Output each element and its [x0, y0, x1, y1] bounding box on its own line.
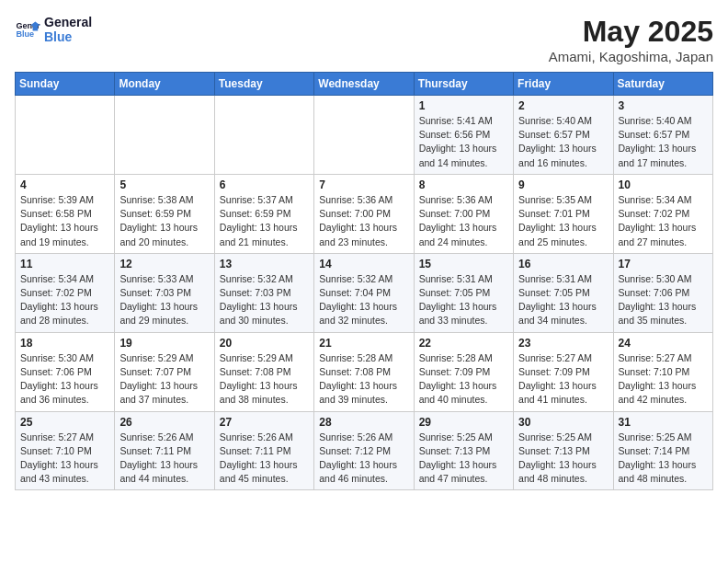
day-info: Sunrise: 5:28 AM Sunset: 7:08 PM Dayligh… [319, 351, 408, 408]
calendar-cell: 27Sunrise: 5:26 AM Sunset: 7:11 PM Dayli… [214, 411, 313, 490]
calendar-cell [214, 96, 313, 175]
day-info: Sunrise: 5:30 AM Sunset: 7:06 PM Dayligh… [619, 272, 708, 328]
calendar-week-5: 25Sunrise: 5:27 AM Sunset: 7:10 PM Dayli… [16, 411, 713, 490]
calendar-cell: 12Sunrise: 5:33 AM Sunset: 7:03 PM Dayli… [115, 253, 214, 332]
day-number: 15 [419, 258, 508, 270]
logo-general: General [44, 15, 92, 29]
day-number: 21 [319, 337, 408, 350]
day-info: Sunrise: 5:36 AM Sunset: 7:00 PM Dayligh… [319, 193, 408, 249]
day-info: Sunrise: 5:25 AM Sunset: 7:13 PM Dayligh… [419, 431, 508, 487]
day-info: Sunrise: 5:38 AM Sunset: 6:59 PM Dayligh… [119, 193, 209, 249]
calendar-cell: 24Sunrise: 5:27 AM Sunset: 7:10 PM Dayli… [613, 332, 712, 411]
day-number: 13 [220, 258, 309, 270]
day-number: 11 [20, 258, 109, 270]
svg-text:Blue: Blue [16, 29, 34, 39]
day-info: Sunrise: 5:34 AM Sunset: 7:02 PM Dayligh… [20, 272, 109, 328]
month-title: May 2025 [549, 15, 713, 49]
weekday-sunday: Sunday [16, 73, 115, 96]
calendar-cell: 15Sunrise: 5:31 AM Sunset: 7:05 PM Dayli… [414, 253, 513, 332]
calendar-cell: 10Sunrise: 5:34 AM Sunset: 7:02 PM Dayli… [613, 174, 712, 253]
calendar-week-2: 4Sunrise: 5:39 AM Sunset: 6:58 PM Daylig… [16, 174, 713, 253]
day-number: 22 [419, 337, 508, 350]
day-info: Sunrise: 5:25 AM Sunset: 7:13 PM Dayligh… [518, 431, 608, 487]
day-info: Sunrise: 5:31 AM Sunset: 7:05 PM Dayligh… [518, 272, 608, 328]
day-number: 16 [518, 258, 608, 270]
day-info: Sunrise: 5:36 AM Sunset: 7:00 PM Dayligh… [419, 193, 508, 249]
calendar-cell: 14Sunrise: 5:32 AM Sunset: 7:04 PM Dayli… [314, 253, 414, 332]
day-number: 31 [619, 416, 708, 429]
location-title: Amami, Kagoshima, Japan [549, 49, 713, 64]
day-number: 10 [619, 178, 708, 191]
day-info: Sunrise: 5:39 AM Sunset: 6:58 PM Dayligh… [20, 193, 109, 249]
day-info: Sunrise: 5:31 AM Sunset: 7:05 PM Dayligh… [419, 272, 508, 328]
logo-blue: Blue [44, 29, 92, 44]
day-number: 20 [220, 337, 309, 350]
page-header: General Blue General Blue May 2025 Amami… [15, 15, 713, 64]
calendar-cell: 28Sunrise: 5:26 AM Sunset: 7:12 PM Dayli… [314, 411, 414, 490]
calendar-cell: 29Sunrise: 5:25 AM Sunset: 7:13 PM Dayli… [414, 411, 513, 490]
day-number: 4 [20, 178, 109, 191]
calendar-week-3: 11Sunrise: 5:34 AM Sunset: 7:02 PM Dayli… [16, 253, 713, 332]
day-info: Sunrise: 5:27 AM Sunset: 7:10 PM Dayligh… [619, 351, 708, 408]
calendar-cell: 31Sunrise: 5:25 AM Sunset: 7:14 PM Dayli… [613, 411, 712, 490]
calendar-cell: 30Sunrise: 5:25 AM Sunset: 7:13 PM Dayli… [514, 411, 613, 490]
day-number: 6 [220, 178, 309, 191]
day-info: Sunrise: 5:26 AM Sunset: 7:11 PM Dayligh… [119, 431, 209, 487]
day-info: Sunrise: 5:27 AM Sunset: 7:09 PM Dayligh… [518, 351, 608, 408]
day-info: Sunrise: 5:34 AM Sunset: 7:02 PM Dayligh… [619, 193, 708, 249]
logo: General Blue General Blue [15, 15, 92, 44]
day-info: Sunrise: 5:28 AM Sunset: 7:09 PM Dayligh… [419, 351, 508, 408]
day-number: 1 [419, 99, 508, 112]
day-number: 17 [619, 258, 708, 270]
calendar-cell [314, 96, 414, 175]
day-info: Sunrise: 5:32 AM Sunset: 7:03 PM Dayligh… [220, 272, 309, 328]
calendar-cell: 20Sunrise: 5:29 AM Sunset: 7:08 PM Dayli… [214, 332, 313, 411]
title-area: May 2025 Amami, Kagoshima, Japan [549, 15, 713, 64]
day-info: Sunrise: 5:33 AM Sunset: 7:03 PM Dayligh… [119, 272, 209, 328]
calendar-cell: 16Sunrise: 5:31 AM Sunset: 7:05 PM Dayli… [514, 253, 613, 332]
day-info: Sunrise: 5:35 AM Sunset: 7:01 PM Dayligh… [518, 193, 608, 249]
day-info: Sunrise: 5:40 AM Sunset: 6:57 PM Dayligh… [619, 114, 708, 170]
day-number: 3 [619, 99, 708, 112]
day-info: Sunrise: 5:29 AM Sunset: 7:08 PM Dayligh… [220, 351, 309, 408]
day-info: Sunrise: 5:25 AM Sunset: 7:14 PM Dayligh… [619, 431, 708, 487]
day-number: 27 [220, 416, 309, 429]
day-number: 9 [518, 178, 608, 191]
day-number: 23 [518, 337, 608, 350]
calendar-cell: 8Sunrise: 5:36 AM Sunset: 7:00 PM Daylig… [414, 174, 513, 253]
calendar-cell: 4Sunrise: 5:39 AM Sunset: 6:58 PM Daylig… [16, 174, 115, 253]
day-number: 7 [319, 178, 408, 191]
day-number: 24 [619, 337, 708, 350]
day-number: 19 [119, 337, 209, 350]
day-number: 2 [518, 99, 608, 112]
day-info: Sunrise: 5:29 AM Sunset: 7:07 PM Dayligh… [119, 351, 209, 408]
day-info: Sunrise: 5:30 AM Sunset: 7:06 PM Dayligh… [20, 351, 109, 408]
calendar-cell: 5Sunrise: 5:38 AM Sunset: 6:59 PM Daylig… [115, 174, 214, 253]
calendar-cell: 7Sunrise: 5:36 AM Sunset: 7:00 PM Daylig… [314, 174, 414, 253]
weekday-wednesday: Wednesday [314, 73, 414, 96]
calendar-cell: 26Sunrise: 5:26 AM Sunset: 7:11 PM Dayli… [115, 411, 214, 490]
day-number: 26 [119, 416, 209, 429]
day-number: 5 [119, 178, 209, 191]
day-info: Sunrise: 5:37 AM Sunset: 6:59 PM Dayligh… [220, 193, 309, 249]
weekday-monday: Monday [115, 73, 214, 96]
day-number: 29 [419, 416, 508, 429]
day-info: Sunrise: 5:27 AM Sunset: 7:10 PM Dayligh… [20, 431, 109, 487]
calendar-cell: 2Sunrise: 5:40 AM Sunset: 6:57 PM Daylig… [514, 96, 613, 175]
weekday-header-row: SundayMondayTuesdayWednesdayThursdayFrid… [16, 73, 713, 96]
day-info: Sunrise: 5:41 AM Sunset: 6:56 PM Dayligh… [419, 114, 508, 170]
day-number: 14 [319, 258, 408, 270]
logo-icon: General Blue [15, 17, 40, 42]
day-number: 25 [20, 416, 109, 429]
day-info: Sunrise: 5:40 AM Sunset: 6:57 PM Dayligh… [518, 114, 608, 170]
calendar-table: SundayMondayTuesdayWednesdayThursdayFrid… [15, 72, 713, 490]
weekday-friday: Friday [514, 73, 613, 96]
weekday-thursday: Thursday [414, 73, 513, 96]
calendar-cell: 6Sunrise: 5:37 AM Sunset: 6:59 PM Daylig… [214, 174, 313, 253]
calendar-cell: 11Sunrise: 5:34 AM Sunset: 7:02 PM Dayli… [16, 253, 115, 332]
calendar-cell: 18Sunrise: 5:30 AM Sunset: 7:06 PM Dayli… [16, 332, 115, 411]
calendar-cell: 23Sunrise: 5:27 AM Sunset: 7:09 PM Dayli… [514, 332, 613, 411]
day-info: Sunrise: 5:26 AM Sunset: 7:11 PM Dayligh… [220, 431, 309, 487]
calendar-cell: 17Sunrise: 5:30 AM Sunset: 7:06 PM Dayli… [613, 253, 712, 332]
calendar-cell [115, 96, 214, 175]
